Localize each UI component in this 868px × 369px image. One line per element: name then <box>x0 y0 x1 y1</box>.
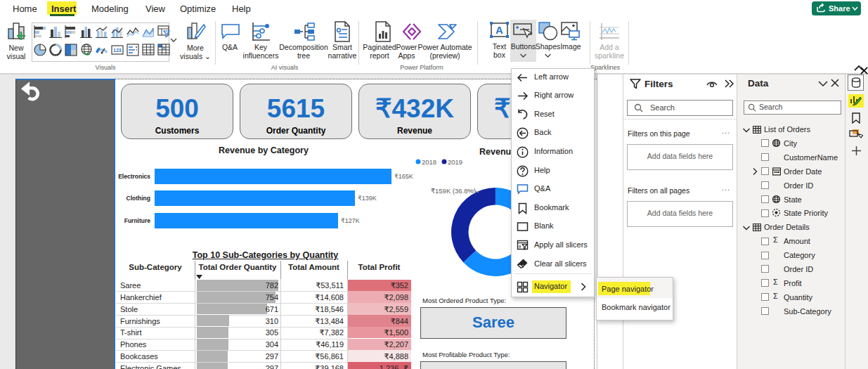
svg-text:A: A <box>495 24 503 36</box>
svg-text:123: 123 <box>113 48 122 53</box>
svg-text:Share: Share <box>829 4 850 13</box>
svg-text:8: 8 <box>519 244 522 248</box>
svg-text:2019: 2019 <box>448 158 462 166</box>
svg-text:Σ: Σ <box>773 278 778 286</box>
svg-text:Σ: Σ <box>773 235 778 244</box>
svg-text:Σ: Σ <box>773 292 778 300</box>
svg-text:2018: 2018 <box>422 158 436 166</box>
